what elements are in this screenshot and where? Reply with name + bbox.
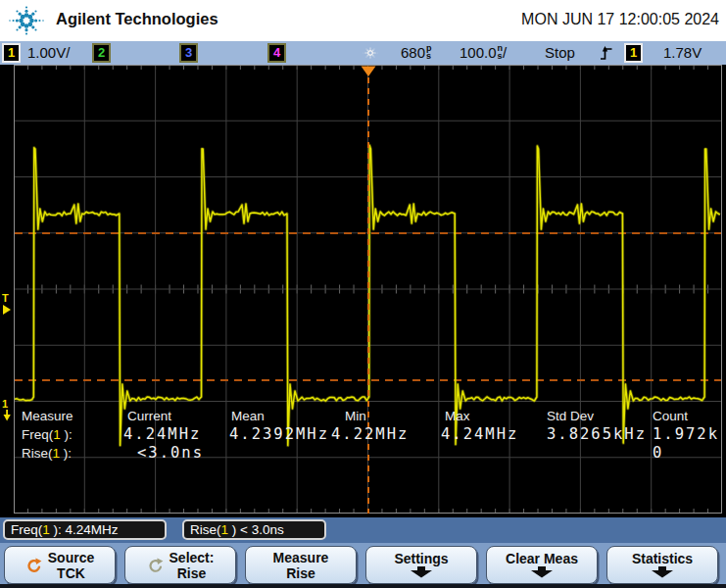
softkey-measure-line1: Measure (273, 550, 329, 565)
freq-count: 1.972k (653, 425, 719, 443)
rise-count: 0 (653, 444, 663, 462)
channel-3-button[interactable]: 3 (179, 43, 198, 63)
delay-units: ps (426, 44, 432, 60)
softkey-bar: SourceTCK Select:Rise MeasureRise Settin… (0, 543, 726, 588)
freq-current: 4.24MHz (123, 425, 201, 443)
top-bar: Agilent Technologies MON JUN 17 12:00:05… (0, 0, 726, 41)
freq-min: 4.22MHz (331, 425, 409, 443)
freq-max: 4.24MHz (441, 425, 518, 443)
row-rise-label: Rise(1 ): (22, 446, 72, 461)
channel-1-button[interactable]: 1 (2, 43, 21, 63)
menu-arrow-icon (408, 566, 435, 578)
datetime: MON JUN 17 12:00:05 2024 (521, 11, 719, 28)
softkey-select[interactable]: Select:Rise (124, 546, 236, 584)
col-max: Max (445, 409, 470, 423)
channel-2-button[interactable]: 2 (92, 43, 111, 63)
col-min: Min (345, 409, 366, 423)
softkey-statistics-label: Statistics (632, 552, 693, 566)
channel-4-button[interactable]: 4 (267, 43, 286, 63)
freq-mean: 4.2392MHz (229, 425, 329, 443)
softkey-settings[interactable]: Settings (365, 546, 477, 584)
softkey-source-line2: TCK (57, 565, 85, 581)
col-count: Count (653, 409, 688, 423)
menu-arrow-icon (528, 566, 556, 578)
measure-panel: Measure Current Mean Min Max Std Dev Cou… (0, 407, 726, 469)
timebase-value: 100.0 (460, 44, 497, 61)
softkey-settings-label: Settings (394, 552, 448, 566)
menu-arrow-icon (649, 566, 676, 578)
row-freq-label: Freq(1 ): (22, 427, 73, 442)
softkey-source[interactable]: SourceTCK (4, 546, 116, 584)
softkey-clear-meas[interactable]: Clear Meas (486, 546, 598, 584)
softkey-source-line1: Source (48, 550, 94, 565)
channel-1-scale: 1.00V/ (27, 44, 70, 62)
bottom-strip (0, 584, 726, 588)
softkey-clear-meas-label: Clear Meas (506, 552, 578, 566)
trigger-source-button[interactable]: 1 (624, 43, 643, 63)
col-stddev: Std Dev (547, 409, 594, 423)
acquisition-status: Stop (545, 44, 575, 62)
rotary-knob-icon (147, 558, 164, 573)
softkey-select-line1: Select: (169, 550, 215, 565)
rotary-knob-icon (25, 558, 42, 573)
col-mean: Mean (231, 409, 265, 423)
softkey-statistics[interactable]: Statistics (606, 546, 718, 584)
rise-result-pill: Rise(1 ) < 3.0ns (182, 519, 326, 540)
oscilloscope-screen: Agilent Technologies MON JUN 17 12:00:05… (0, 0, 726, 588)
rise-current: <3.0ns (137, 444, 204, 462)
brand-title: Agilent Technologies (56, 10, 218, 28)
measure-title: Measure (22, 409, 73, 423)
system-activity-icon (363, 45, 378, 61)
softkey-measure[interactable]: MeasureRise (245, 546, 357, 584)
svg-text:T: T (2, 292, 9, 304)
timebase: 100.0ns/ (460, 44, 507, 62)
freq-stddev: 3.8265kHz (547, 425, 647, 443)
delay-time: 680ps (401, 44, 432, 62)
trigger-level: 1.78V (663, 44, 702, 62)
results-bar: Freq(1 ): 4.24MHz Rise(1 ) < 3.0ns (0, 517, 726, 543)
freq-result-pill: Freq(1 ): 4.24MHz (3, 519, 167, 540)
delay-value: 680 (401, 44, 425, 61)
status-bar: 1 1.00V/ 2 3 4 680ps 100.0ns/ Stop 1 1.7… (0, 41, 726, 65)
agilent-logo-icon (6, 1, 47, 40)
col-current: Current (127, 409, 171, 423)
softkey-measure-line2: Rise (286, 565, 315, 581)
trigger-slope-icon (600, 45, 613, 62)
softkey-select-line2: Rise (177, 565, 207, 581)
